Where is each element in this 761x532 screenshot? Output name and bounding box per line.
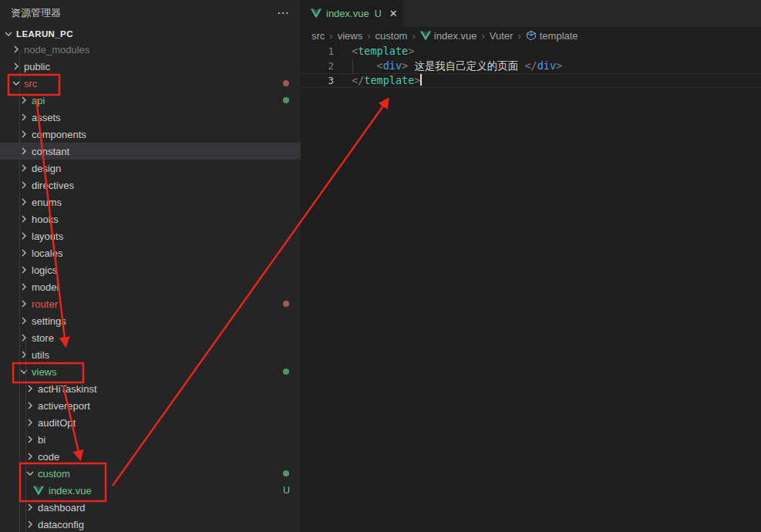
tree-item-label: enums <box>32 197 62 208</box>
code-line-1[interactable]: 1<template> <box>301 44 761 59</box>
tree-item-label: bi <box>38 434 45 446</box>
vue-logo-icon <box>420 31 431 41</box>
tree-folder-custom[interactable]: custom <box>0 465 301 482</box>
breadcrumb-item-custom[interactable]: custom <box>375 30 408 42</box>
tree-file-index.vue[interactable]: index.vueU <box>0 482 301 499</box>
chevron-right-icon[interactable] <box>10 60 22 72</box>
breadcrumb-separator: › <box>481 30 484 42</box>
more-actions-icon[interactable]: ⋯ <box>277 9 290 17</box>
tree-item-label: actHiTaskinst <box>38 383 97 395</box>
tab-index-vue[interactable]: index.vue U ✕ <box>301 0 403 27</box>
explorer-title-bar: 资源管理器 ⋯ <box>0 0 301 25</box>
code-line-3[interactable]: 3</template> <box>301 73 761 88</box>
tree-folder-node_modules[interactable]: node_modules <box>0 41 301 58</box>
tree-item-label: components <box>32 129 86 140</box>
code-text: </template> <box>334 73 422 88</box>
tree-folder-layouts[interactable]: layouts <box>0 227 301 244</box>
untracked-dot-badge <box>283 97 289 103</box>
tree-item-label: logics <box>32 264 57 276</box>
tree-folder-public[interactable]: public <box>0 58 301 75</box>
tree-folder-logics[interactable]: logics <box>0 261 301 278</box>
vue-logo-icon <box>33 486 44 496</box>
tree-item-label: assets <box>32 112 61 123</box>
tree-folder-api[interactable]: api <box>0 92 301 109</box>
breadcrumb-item-index.vue[interactable]: index.vue <box>420 30 477 42</box>
tree-folder-locales[interactable]: locales <box>0 244 301 261</box>
tree-item-label: dataconfig <box>38 519 84 530</box>
tree-item-label: src <box>24 78 37 89</box>
git-status-badge: U <box>283 485 290 496</box>
tree-item-label: auditOpt <box>38 417 76 429</box>
breadcrumb-item-template[interactable]: template <box>526 30 578 42</box>
tree-folder-directives[interactable]: directives <box>0 177 301 194</box>
breadcrumb-separator: › <box>367 30 370 42</box>
tree-item-label: index.vue <box>49 485 92 497</box>
tab-git-status: U <box>375 8 382 19</box>
line-number: 2 <box>301 59 334 73</box>
tree-folder-bi[interactable]: bi <box>0 431 301 448</box>
breadcrumb-separator: › <box>329 30 332 42</box>
tree-item-label: constant <box>32 146 69 157</box>
code-area: 1<template>2 <div> 这是我自己定义的页面 </div>3</t… <box>301 44 761 88</box>
tree-folder-enums[interactable]: enums <box>0 194 301 210</box>
editor-tab-bar: index.vue U ✕ <box>301 0 761 27</box>
tree-item-label: utils <box>32 349 49 361</box>
tree-folder-store[interactable]: store <box>0 329 301 346</box>
tree-folder-auditOpt[interactable]: auditOpt <box>0 414 301 431</box>
breadcrumb-separator: › <box>517 30 520 42</box>
tree-folder-components[interactable]: components <box>0 126 301 143</box>
tree-folder-constant[interactable]: constant <box>0 143 301 160</box>
workspace-section-header[interactable]: LEARUN_PC <box>0 25 301 42</box>
tree-folder-code[interactable]: code <box>0 448 301 465</box>
tree-item-label: code <box>38 451 59 463</box>
modified-dot-badge <box>283 80 289 86</box>
code-line-2[interactable]: 2 <div> 这是我自己定义的页面 </div> <box>301 59 761 73</box>
tree-folder-views[interactable]: views <box>0 363 301 380</box>
line-number: 1 <box>301 44 334 59</box>
vue-logo-icon <box>311 8 322 19</box>
breadcrumb-item-src[interactable]: src <box>311 30 325 42</box>
untracked-dot-badge <box>283 470 289 476</box>
tree-item-label: store <box>32 332 54 344</box>
breadcrumb-item-views[interactable]: views <box>338 30 363 42</box>
tree-item-label: activereport <box>38 400 90 412</box>
tree-folder-settings[interactable]: settings <box>0 312 301 329</box>
breadcrumb-item-Vuter[interactable]: Vuter <box>490 30 514 42</box>
tree-folder-dashboard[interactable]: dashboard <box>0 499 301 516</box>
indent-guide <box>25 339 26 532</box>
breadcrumb-label: Vuter <box>490 30 514 42</box>
tree-folder-assets[interactable]: assets <box>0 109 301 126</box>
tree-folder-src[interactable]: src <box>0 75 301 92</box>
untracked-dot-badge <box>283 369 289 375</box>
tree-folder-activereport[interactable]: activereport <box>0 397 301 414</box>
tree-folder-utils[interactable]: utils <box>0 346 301 363</box>
indent-guide <box>19 51 20 532</box>
tree-folder-model[interactable]: model <box>0 278 301 295</box>
explorer-title: 资源管理器 <box>11 6 277 20</box>
tree-item-label: views <box>32 366 57 378</box>
tree-item-label: layouts <box>32 231 63 242</box>
tree-folder-design[interactable]: design <box>0 160 301 177</box>
tree-folder-router[interactable]: router <box>0 295 301 312</box>
code-text: <template> <box>334 44 414 59</box>
tree-item-label: settings <box>32 315 66 327</box>
code-text: <div> 这是我自己定义的页面 </div> <box>334 59 562 73</box>
chevron-down-icon[interactable] <box>2 28 15 40</box>
tree-folder-hooks[interactable]: hooks <box>0 210 301 227</box>
breadcrumb-label: custom <box>375 30 408 42</box>
tree-item-label: locales <box>32 247 62 259</box>
tree-item-label: dashboard <box>38 502 85 513</box>
symbol-cube-icon <box>526 30 537 41</box>
chevron-down-icon[interactable] <box>10 77 22 89</box>
tree-folder-dataconfig[interactable]: dataconfig <box>0 516 301 532</box>
tree-folder-actHiTaskinst[interactable]: actHiTaskinst <box>0 380 301 397</box>
tree-item-label: custom <box>38 468 70 480</box>
close-icon[interactable]: ✕ <box>389 8 398 19</box>
tab-filename: index.vue <box>326 8 369 19</box>
code-editor[interactable]: 1<template>2 <div> 这是我自己定义的页面 </div>3</t… <box>301 44 761 532</box>
file-tree: node_modulespublicsrcapiassetscomponents… <box>0 41 301 532</box>
tree-item-label: public <box>24 61 50 72</box>
chevron-right-icon[interactable] <box>10 43 22 56</box>
tree-item-label: hooks <box>32 214 59 225</box>
breadcrumb: src›views›custom›index.vue›Vuter›templat… <box>301 27 761 44</box>
